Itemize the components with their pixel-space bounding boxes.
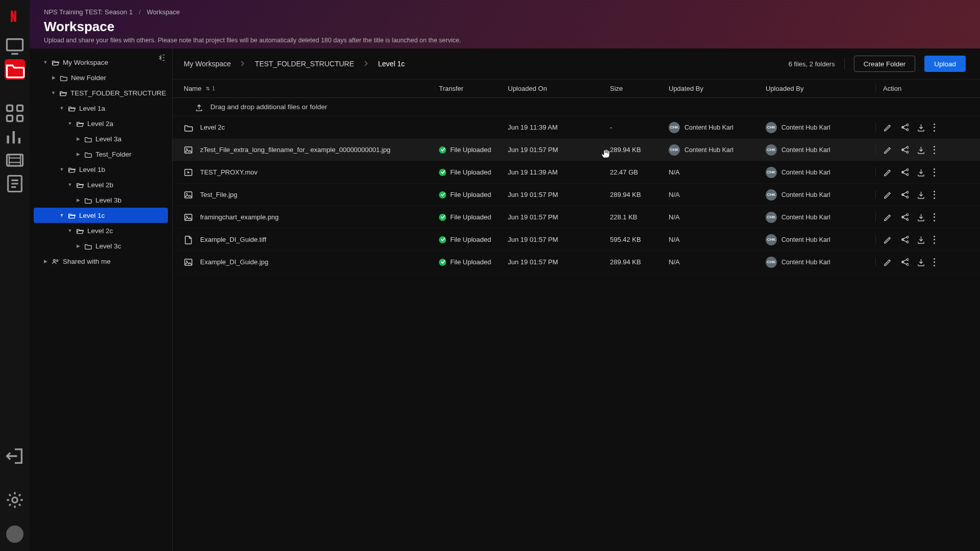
edit-icon[interactable] xyxy=(883,123,892,132)
edit-icon[interactable] xyxy=(883,213,892,221)
rail-out-icon[interactable] xyxy=(5,446,25,466)
rail-note-icon[interactable] xyxy=(5,173,25,194)
row-actions xyxy=(875,190,966,199)
caret-icon[interactable] xyxy=(43,60,48,65)
tree-new-folder[interactable]: New Folder xyxy=(34,70,168,85)
download-icon[interactable] xyxy=(917,123,925,132)
table-row[interactable]: Test_File.jpgFile UploadedJun 19 01:57 P… xyxy=(173,184,980,206)
tree-level-2c[interactable]: Level 2c xyxy=(34,223,168,238)
download-icon[interactable] xyxy=(917,213,925,221)
create-folder-button[interactable]: Create Folder xyxy=(854,56,916,72)
brand-logo[interactable] xyxy=(5,6,25,27)
file-size: 289.94 KB xyxy=(610,258,669,266)
edit-icon[interactable] xyxy=(883,145,892,154)
check-icon xyxy=(439,259,446,266)
rail-settings-icon[interactable] xyxy=(5,490,25,510)
share-icon[interactable] xyxy=(900,213,909,221)
share-icon[interactable] xyxy=(900,258,909,266)
caret-icon[interactable] xyxy=(59,167,64,172)
folder-icon xyxy=(184,123,193,132)
file-name: TEST_PROXY.mov xyxy=(200,168,257,176)
caret-icon[interactable] xyxy=(76,136,81,141)
caret-icon[interactable] xyxy=(67,228,72,233)
tree-test-folder[interactable]: Test_Folder xyxy=(34,146,168,162)
col-updated-by[interactable]: Updated By xyxy=(669,85,766,92)
caret-icon[interactable] xyxy=(67,121,72,126)
table-row[interactable]: Level 2cJun 19 11:39 AM-CHKContent Hub K… xyxy=(173,116,980,139)
tree-level-1a[interactable]: Level 1a xyxy=(34,101,168,116)
table-row[interactable]: TEST_PROXY.movFile UploadedJun 19 11:39 … xyxy=(173,161,980,184)
table-row[interactable]: Example_DI_Guide.tiffFile UploadedJun 19… xyxy=(173,229,980,251)
download-icon[interactable] xyxy=(917,168,925,177)
col-uploaded-by[interactable]: Uploaded By xyxy=(766,85,875,92)
edit-icon[interactable] xyxy=(883,258,892,266)
more-icon[interactable] xyxy=(934,168,936,177)
col-name[interactable]: Name ⇅ 1 xyxy=(184,85,439,92)
upload-button[interactable]: Upload xyxy=(924,56,966,72)
uploaded-on: Jun 19 01:57 PM xyxy=(508,146,610,154)
file-size: 595.42 KB xyxy=(610,236,669,243)
bc-folder-structure[interactable]: TEST_FOLDER_STRUCTURE xyxy=(255,60,354,68)
folder-icon xyxy=(84,196,92,204)
tree-level-2b[interactable]: Level 2b xyxy=(34,177,168,192)
share-icon[interactable] xyxy=(900,190,909,199)
rail-monitor-icon[interactable] xyxy=(5,36,25,56)
caret-icon[interactable] xyxy=(76,152,81,157)
collapse-tree-icon[interactable] xyxy=(158,54,166,63)
share-icon[interactable] xyxy=(900,168,909,177)
more-icon[interactable] xyxy=(934,258,936,266)
rail-grid-icon[interactable] xyxy=(5,103,25,123)
download-icon[interactable] xyxy=(917,258,925,266)
edit-icon[interactable] xyxy=(883,168,892,177)
caret-icon[interactable] xyxy=(59,106,64,111)
tree-level-2a[interactable]: Level 2a xyxy=(34,116,168,131)
rail-workspace-icon[interactable] xyxy=(5,59,25,80)
more-icon[interactable] xyxy=(934,236,936,244)
caret-icon[interactable] xyxy=(51,75,56,80)
col-uploaded-on[interactable]: Uploaded On xyxy=(508,85,610,92)
dropzone-row[interactable]: Drag and drop additional files or folder xyxy=(173,98,980,116)
download-icon[interactable] xyxy=(917,235,925,244)
col-size[interactable]: Size xyxy=(610,85,669,92)
share-icon[interactable] xyxy=(900,235,909,244)
tree-my-workspace[interactable]: My Workspace xyxy=(34,55,168,70)
table-row[interactable]: zTest_File_extra_long_filename_for_ exam… xyxy=(173,139,980,161)
tree-shared-with-me[interactable]: Shared with me xyxy=(34,254,168,269)
rail-clip-icon[interactable] xyxy=(5,150,25,170)
tree-level-1b[interactable]: Level 1b xyxy=(34,162,168,177)
col-transfer[interactable]: Transfer xyxy=(439,85,508,92)
more-icon[interactable] xyxy=(934,213,936,221)
more-icon[interactable] xyxy=(934,191,936,199)
tree-level-3b[interactable]: Level 3b xyxy=(34,192,168,208)
share-icon[interactable] xyxy=(900,123,909,132)
caret-icon[interactable] xyxy=(43,259,48,264)
transfer-status: File Uploaded xyxy=(439,258,508,266)
tree-level-3a[interactable]: Level 3a xyxy=(34,131,168,146)
caret-icon[interactable] xyxy=(76,243,81,248)
edit-icon[interactable] xyxy=(883,235,892,244)
caret-icon[interactable] xyxy=(67,182,72,187)
caret-icon[interactable] xyxy=(59,213,64,218)
folder-open-icon xyxy=(76,120,84,128)
table-row[interactable]: Example_DI_Guide.jpgFile UploadedJun 19 … xyxy=(173,251,980,273)
caret-icon[interactable] xyxy=(76,197,81,203)
header-project[interactable]: NPS Training TEST: Season 1 xyxy=(44,8,133,16)
download-icon[interactable] xyxy=(917,145,925,154)
tree-test-folder-structure[interactable]: TEST_FOLDER_STRUCTURE xyxy=(34,85,168,101)
edit-icon[interactable] xyxy=(883,190,892,199)
uploaded-by: CHKContent Hub Karl xyxy=(766,189,875,201)
more-icon[interactable] xyxy=(934,146,936,154)
rail-bars-icon[interactable] xyxy=(5,127,25,147)
share-icon[interactable] xyxy=(900,145,909,154)
table-row[interactable]: framingchart_example.pngFile UploadedJun… xyxy=(173,206,980,229)
more-icon[interactable] xyxy=(934,123,936,132)
rail-avatar[interactable] xyxy=(6,525,23,543)
tree-level-1c[interactable]: Level 1c xyxy=(34,208,168,223)
tree-label: Level 1a xyxy=(79,105,105,112)
tree-level-3c[interactable]: Level 3c xyxy=(34,238,168,254)
download-icon[interactable] xyxy=(917,190,925,199)
caret-icon[interactable] xyxy=(51,90,56,95)
header-section[interactable]: Workspace xyxy=(147,8,180,16)
folder-open-icon xyxy=(52,59,59,66)
bc-my-workspace[interactable]: My Workspace xyxy=(184,60,231,68)
